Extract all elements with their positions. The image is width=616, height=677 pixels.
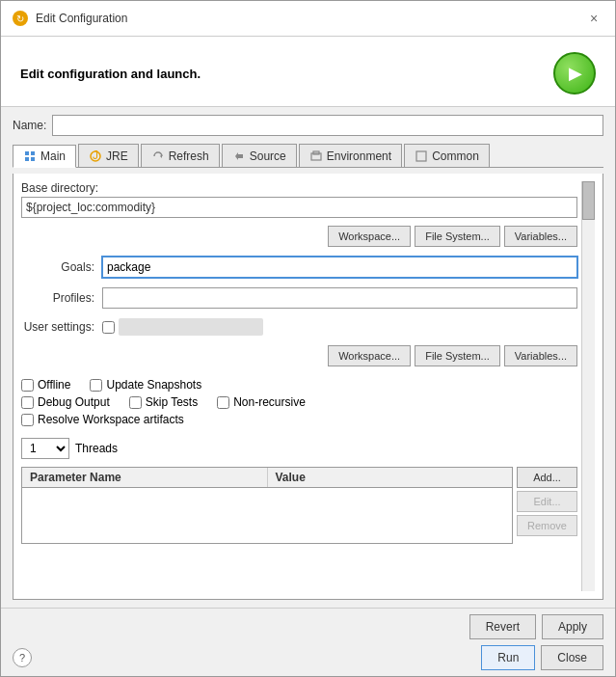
apply-button[interactable]: Apply: [542, 614, 603, 639]
scrollbar-thumb[interactable]: [582, 181, 595, 220]
table-body: [22, 488, 512, 543]
remove-button[interactable]: Remove: [517, 515, 577, 536]
help-button[interactable]: ?: [13, 648, 32, 667]
run-icon: [553, 52, 596, 95]
footer-action-row: Revert Apply: [13, 614, 603, 639]
tabs-bar: Main J JRE Refresh Source: [13, 144, 603, 168]
svg-rect-10: [416, 151, 426, 161]
user-settings-label: User settings:: [21, 320, 98, 334]
main-panel: Base directory: Workspace... File System…: [13, 174, 603, 600]
svg-rect-2: [25, 157, 29, 161]
svg-rect-0: [25, 151, 29, 155]
tab-common-label: Common: [432, 149, 479, 163]
col-parameter-name: Parameter Name: [22, 468, 268, 487]
svg-text:J: J: [93, 150, 98, 162]
revert-button[interactable]: Revert: [469, 614, 536, 639]
environment-tab-icon: [309, 149, 323, 163]
file-system-button-1[interactable]: File System...: [415, 226, 500, 247]
parameters-table: Parameter Name Value: [21, 467, 513, 544]
goals-input[interactable]: [102, 257, 577, 278]
svg-rect-1: [31, 151, 35, 155]
workspace-button-2[interactable]: Workspace...: [328, 345, 411, 366]
skip-tests-checkbox[interactable]: Skip Tests: [129, 395, 198, 409]
add-button[interactable]: Add...: [517, 467, 577, 488]
update-snapshots-label: Update Snapshots: [106, 378, 201, 392]
table-buttons: Add... Edit... Remove: [517, 467, 577, 544]
debug-output-checkbox[interactable]: Debug Output: [21, 395, 110, 409]
offline-checkbox[interactable]: Offline: [21, 378, 70, 392]
tab-main[interactable]: Main: [13, 145, 76, 168]
close-window-button[interactable]: ×: [584, 9, 603, 28]
resolve-workspace-label: Resolve Workspace artifacts: [38, 413, 184, 426]
profiles-row: Profiles:: [21, 287, 577, 309]
tab-common[interactable]: Common: [404, 144, 490, 167]
tab-environment[interactable]: Environment: [299, 144, 402, 167]
update-snapshots-checkbox[interactable]: Update Snapshots: [90, 378, 201, 392]
header-subtitle: Edit configuration and launch.: [20, 67, 201, 81]
resolve-workspace-checkbox[interactable]: Resolve Workspace artifacts: [21, 413, 184, 426]
edit-button[interactable]: Edit...: [517, 491, 577, 512]
non-recursive-label: Non-recursive: [233, 395, 306, 409]
offline-label: Offline: [38, 378, 70, 392]
content-area: Name: Main J JRE Refresh: [1, 107, 615, 608]
tab-refresh-label: Refresh: [169, 149, 209, 163]
svg-rect-3: [31, 157, 35, 161]
skip-tests-label: Skip Tests: [146, 395, 198, 409]
variables-button-2[interactable]: Variables...: [504, 345, 577, 366]
file-system-button-2[interactable]: File System...: [415, 345, 500, 366]
col-value: Value: [268, 468, 513, 487]
base-directory-label: Base directory:: [21, 181, 577, 195]
user-settings-value-area: [102, 318, 577, 336]
debug-output-label: Debug Output: [38, 395, 110, 409]
workspace-button-1[interactable]: Workspace...: [328, 226, 411, 247]
goals-row: Goals:: [21, 257, 577, 278]
panel-content: Base directory: Workspace... File System…: [21, 181, 577, 591]
table-header: Parameter Name Value: [22, 468, 512, 488]
non-recursive-checkbox[interactable]: Non-recursive: [217, 395, 306, 409]
window-title: Edit Configuration: [36, 12, 127, 25]
threads-row: 1 2 4 Threads: [21, 438, 577, 459]
tab-source-label: Source: [250, 149, 286, 163]
title-bar: Edit Configuration ×: [1, 1, 615, 37]
user-settings-blurred: [119, 318, 263, 336]
svg-marker-7: [235, 152, 243, 160]
main-tab-icon: [23, 149, 37, 163]
button-row-2: Workspace... File System... Variables...: [21, 345, 577, 366]
button-row-1: Workspace... File System... Variables...: [21, 226, 577, 247]
goals-label: Goals:: [21, 260, 98, 274]
name-label: Name:: [13, 119, 46, 132]
tab-jre-label: JRE: [106, 149, 128, 163]
tab-refresh[interactable]: Refresh: [141, 144, 220, 167]
variables-button-1[interactable]: Variables...: [504, 226, 577, 247]
base-directory-section: Base directory:: [21, 181, 577, 218]
threads-select[interactable]: 1 2 4: [21, 438, 69, 459]
footer-bottom-row: ? Run Close: [13, 645, 603, 670]
scrollbar-track[interactable]: [581, 181, 595, 591]
name-input[interactable]: [52, 115, 603, 136]
checkbox-row-2: Debug Output Skip Tests Non-recursive: [21, 395, 577, 409]
common-tab-icon: [415, 149, 428, 163]
profiles-label: Profiles:: [21, 291, 98, 305]
header-section: Edit configuration and launch.: [1, 37, 615, 107]
footer: Revert Apply ? Run Close: [1, 608, 615, 676]
app-icon: [13, 11, 28, 26]
tab-environment-label: Environment: [327, 149, 391, 163]
user-settings-checkbox[interactable]: [102, 321, 115, 334]
checkboxes-section: Offline Update Snapshots Debug Output: [21, 378, 577, 426]
window: Edit Configuration × Edit configuration …: [0, 0, 616, 677]
table-with-buttons: Parameter Name Value Add... Edit... Remo…: [21, 467, 577, 544]
tab-jre[interactable]: J JRE: [78, 144, 139, 167]
tab-source[interactable]: Source: [222, 144, 297, 167]
name-row: Name:: [13, 115, 603, 136]
close-button[interactable]: Close: [541, 645, 603, 670]
checkbox-row-3: Resolve Workspace artifacts: [21, 413, 577, 426]
jre-tab-icon: J: [89, 149, 102, 163]
threads-label: Threads: [75, 442, 118, 455]
base-directory-input[interactable]: [21, 197, 577, 218]
tab-main-label: Main: [40, 149, 66, 163]
refresh-tab-icon: [151, 149, 165, 163]
profiles-input[interactable]: [102, 287, 577, 309]
checkbox-row-1: Offline Update Snapshots: [21, 378, 577, 392]
user-settings-row: User settings:: [21, 318, 577, 336]
run-button[interactable]: Run: [481, 645, 535, 670]
